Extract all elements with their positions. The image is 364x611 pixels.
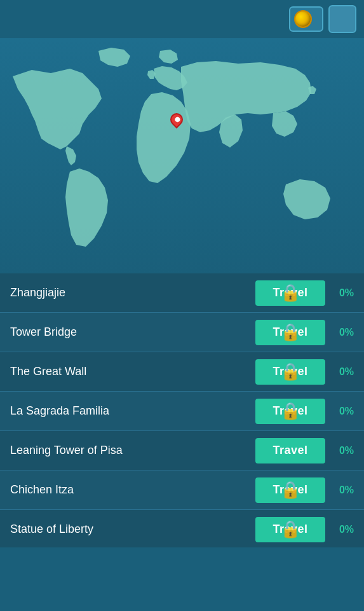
coin-icon [294, 10, 312, 28]
travel-button-label: Travel [273, 444, 307, 457]
world-map [0, 38, 364, 273]
header-right [289, 5, 356, 33]
list-item: Tower BridgeTravel🔒0% [0, 313, 364, 352]
lock-overlay: 🔒 [255, 359, 325, 385]
lock-icon: 🔒 [280, 401, 300, 421]
lock-overlay: 🔒 [255, 517, 325, 542]
travel-button[interactable]: Travel🔒 [255, 399, 325, 424]
destination-name: Leaning Tower of Pisa [10, 444, 255, 457]
progress-pct: 0% [325, 524, 354, 535]
destination-name: Chichen Itza [10, 483, 255, 497]
pin-body [168, 111, 185, 128]
travel-button[interactable]: Travel🔒 [255, 517, 325, 542]
location-pin [170, 113, 183, 130]
lock-icon: 🔒 [280, 519, 300, 539]
list-item: Statue of LibertyTravel🔒0% [0, 510, 364, 547]
list-item: La Sagrada FamiliaTravel🔒0% [0, 392, 364, 431]
travel-button[interactable]: Travel🔒 [255, 320, 325, 345]
coin-box [289, 6, 323, 32]
travel-button[interactable]: Travel🔒 [255, 477, 325, 503]
pin-dot [174, 116, 181, 123]
lock-overlay: 🔒 [255, 399, 325, 424]
lock-icon: 🔒 [280, 322, 300, 342]
travel-button[interactable]: Travel🔒 [255, 280, 325, 306]
lock-overlay: 🔒 [255, 477, 325, 503]
lock-overlay: 🔒 [255, 280, 325, 306]
list-item: The Great WallTravel🔒0% [0, 352, 364, 392]
list-item: Chichen ItzaTravel🔒0% [0, 470, 364, 510]
travel-button[interactable]: Travel [255, 438, 325, 463]
lock-icon: 🔒 [280, 480, 300, 500]
destination-name: Tower Bridge [10, 326, 255, 339]
destinations-list: ZhangjiajieTravel🔒0%Tower BridgeTravel🔒0… [0, 273, 364, 547]
progress-pct: 0% [325, 406, 354, 417]
progress-pct: 0% [325, 484, 354, 496]
destination-name: Statue of Liberty [10, 523, 255, 536]
map-container [0, 38, 364, 273]
bottom-area [0, 547, 364, 611]
settings-button[interactable] [328, 5, 356, 33]
lock-icon: 🔒 [280, 362, 300, 381]
progress-pct: 0% [325, 445, 354, 457]
destination-name: The Great Wall [10, 365, 255, 378]
travel-button[interactable]: Travel🔒 [255, 359, 325, 385]
destination-name: Zhangjiajie [10, 286, 255, 299]
list-item: Leaning Tower of PisaTravel0% [0, 431, 364, 470]
progress-pct: 0% [325, 327, 354, 338]
list-item: ZhangjiajieTravel🔒0% [0, 273, 364, 313]
destination-name: La Sagrada Familia [10, 404, 255, 418]
lock-overlay: 🔒 [255, 320, 325, 345]
progress-pct: 0% [325, 287, 354, 299]
lock-icon: 🔒 [280, 283, 300, 303]
progress-pct: 0% [325, 366, 354, 378]
header [0, 0, 364, 38]
